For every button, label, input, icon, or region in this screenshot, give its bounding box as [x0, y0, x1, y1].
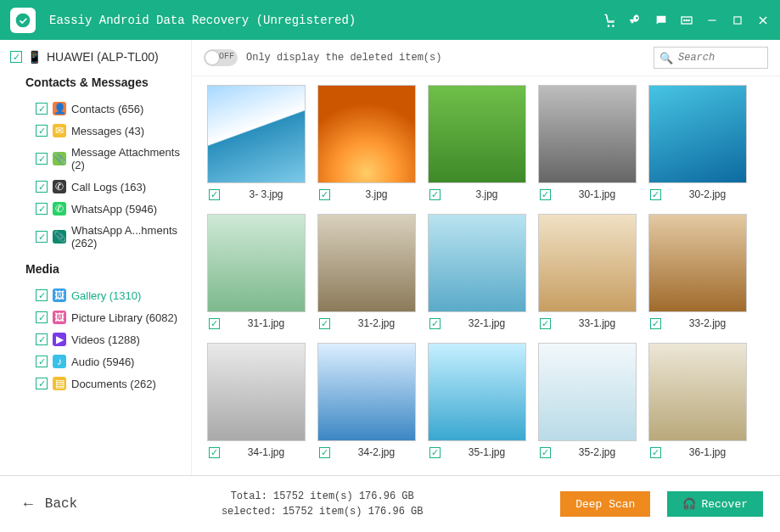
thumbnail-cell[interactable]: 33-2.jpg — [648, 214, 747, 329]
category-item[interactable]: ✆ WhatsApp (5946) — [10, 198, 186, 220]
thumbnail-cell[interactable]: 33-1.jpg — [538, 214, 637, 329]
thumbnail-checkbox[interactable] — [429, 447, 441, 458]
search-box[interactable]: 🔍 — [654, 47, 768, 69]
category-checkbox[interactable] — [36, 356, 48, 367]
category-icon: ✆ — [53, 180, 66, 193]
key-icon[interactable] — [629, 14, 643, 27]
category-item[interactable]: 👤 Contacts (656) — [10, 98, 186, 120]
thumbnail-image[interactable] — [428, 214, 526, 312]
thumbnail-checkbox[interactable] — [650, 318, 661, 329]
thumbnail-checkbox[interactable] — [429, 318, 441, 329]
thumbnail-checkbox[interactable] — [650, 447, 661, 458]
thumbnail-checkbox[interactable] — [319, 189, 330, 200]
thumbnail-cell[interactable]: 3.jpg — [428, 85, 526, 200]
thumbnail-image[interactable] — [648, 214, 747, 312]
thumbnail-image[interactable] — [207, 343, 306, 441]
category-checkbox[interactable] — [36, 289, 48, 301]
category-item[interactable]: 🖼 Gallery (1310) — [10, 284, 186, 306]
thumbnail-checkbox[interactable] — [540, 189, 551, 200]
thumbnail-image[interactable] — [317, 214, 416, 312]
feedback-icon[interactable] — [654, 14, 668, 27]
category-item[interactable]: 📎 Message Attachments (2) — [10, 142, 186, 176]
device-name: HUAWEI (ALP-TL00) — [47, 50, 159, 64]
deep-scan-button[interactable]: Deep Scan — [560, 491, 650, 517]
thumbnail-cell[interactable]: 35-2.jpg — [538, 343, 637, 458]
cart-icon[interactable] — [603, 14, 617, 27]
thumbnail-filename: 34-1.jpg — [227, 446, 306, 458]
thumbnail-checkbox[interactable] — [209, 318, 220, 329]
toggle-state: OFF — [219, 52, 234, 61]
category-item[interactable]: ♪ Audio (5946) — [10, 350, 186, 372]
category-checkbox[interactable] — [36, 203, 48, 215]
category-item[interactable]: 📎 WhatsApp A...hments (262) — [10, 220, 186, 254]
maximize-icon[interactable] — [731, 14, 744, 27]
thumbnail-cell[interactable]: 32-1.jpg — [428, 214, 526, 329]
thumbnail-image[interactable] — [538, 343, 637, 441]
thumbnail-cell[interactable]: 3- 3.jpg — [207, 85, 306, 200]
category-item[interactable]: 🖼 Picture Library (6082) — [10, 306, 186, 328]
category-checkbox[interactable] — [36, 231, 48, 243]
category-checkbox[interactable] — [36, 311, 48, 323]
thumbnail-grid-container[interactable]: 3- 3.jpg 3.jpg 3.jpg 30-1.jpg 30-2.jpg 3… — [192, 76, 780, 475]
back-arrow-icon: ← — [24, 496, 33, 512]
deleted-only-toggle[interactable]: OFF — [204, 49, 238, 66]
category-icon: 🖼 — [53, 288, 66, 302]
thumbnail-image[interactable] — [317, 343, 416, 441]
category-checkbox[interactable] — [36, 378, 48, 389]
thumbnail-cell[interactable]: 36-1.jpg — [648, 343, 747, 458]
category-label: Picture Library (6082) — [71, 311, 177, 324]
thumbnail-image[interactable] — [317, 85, 416, 183]
thumbnail-image[interactable] — [538, 85, 637, 183]
category-checkbox[interactable] — [36, 153, 48, 165]
thumbnail-filename: 31-1.jpg — [227, 317, 306, 329]
thumbnail-checkbox[interactable] — [209, 189, 220, 200]
close-icon[interactable] — [756, 14, 770, 27]
thumbnail-cell[interactable]: 35-1.jpg — [428, 343, 526, 458]
category-label: WhatsApp (5946) — [71, 203, 157, 216]
thumbnail-image[interactable] — [648, 343, 747, 441]
thumbnail-checkbox[interactable] — [319, 318, 330, 329]
search-input[interactable] — [678, 52, 762, 64]
category-item[interactable]: ▤ Documents (262) — [10, 372, 186, 395]
thumbnail-checkbox[interactable] — [540, 318, 551, 329]
category-item[interactable]: ▶ Videos (1288) — [10, 328, 186, 350]
thumbnail-cell[interactable]: 3.jpg — [317, 85, 416, 200]
minimize-icon[interactable] — [705, 14, 719, 27]
menu-icon[interactable] — [680, 14, 693, 27]
thumbnail-filename: 31-2.jpg — [337, 317, 416, 329]
thumbnail-checkbox[interactable] — [209, 447, 220, 458]
sidebar: 📱 HUAWEI (ALP-TL00) Contacts & Messages … — [0, 40, 191, 475]
thumbnail-cell[interactable]: 31-2.jpg — [317, 214, 416, 329]
category-checkbox[interactable] — [36, 103, 48, 115]
category-checkbox[interactable] — [36, 125, 48, 137]
thumbnail-checkbox[interactable] — [319, 447, 330, 458]
thumbnail-cell[interactable]: 30-2.jpg — [648, 85, 747, 200]
device-checkbox[interactable] — [10, 51, 22, 63]
thumbnail-checkbox[interactable] — [540, 447, 551, 458]
category-label: Messages (43) — [71, 125, 144, 137]
thumbnail-cell[interactable]: 30-1.jpg — [538, 85, 637, 200]
thumbnail-cell[interactable]: 34-2.jpg — [317, 343, 416, 458]
recover-button[interactable]: 🎧 Recover — [667, 491, 763, 517]
thumbnail-checkbox[interactable] — [429, 189, 441, 200]
category-checkbox[interactable] — [36, 181, 48, 193]
thumbnail-cell[interactable]: 31-1.jpg — [207, 214, 306, 329]
thumbnail-image[interactable] — [207, 214, 306, 312]
category-checkbox[interactable] — [36, 333, 48, 345]
thumbnail-image[interactable] — [428, 85, 526, 183]
thumbnail-cell[interactable]: 34-1.jpg — [207, 343, 306, 458]
thumbnail-filename: 3- 3.jpg — [227, 188, 306, 200]
thumbnail-image[interactable] — [207, 85, 306, 183]
category-item[interactable]: ✆ Call Logs (163) — [10, 176, 186, 198]
category-label: Videos (1288) — [71, 333, 140, 346]
device-row[interactable]: 📱 HUAWEI (ALP-TL00) — [10, 50, 186, 64]
toolbar: OFF Only display the deleted item(s) 🔍 — [192, 40, 780, 76]
back-button[interactable]: ← Back — [17, 492, 84, 516]
thumbnail-image[interactable] — [648, 85, 747, 183]
category-item[interactable]: ✉ Messages (43) — [10, 120, 186, 142]
category-icon: ✉ — [53, 124, 66, 137]
thumbnail-image[interactable] — [538, 214, 637, 312]
thumbnail-checkbox[interactable] — [650, 189, 661, 200]
thumbnail-image[interactable] — [428, 343, 526, 441]
category-icon: 📎 — [53, 152, 66, 165]
